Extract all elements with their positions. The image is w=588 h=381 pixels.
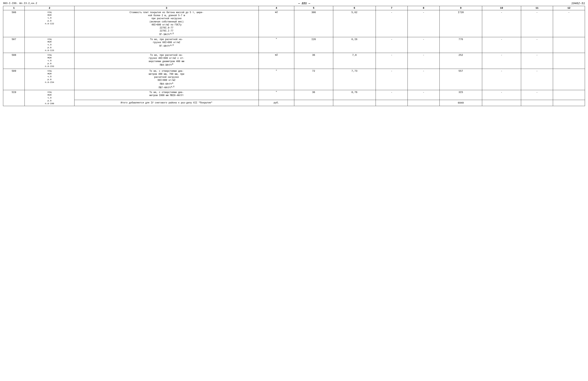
- row-col6-510-top: 8,76: [333, 90, 376, 100]
- row-col9-510-bottom: 6949: [440, 100, 482, 106]
- row-col12-509: [553, 69, 585, 90]
- row-col10-510-top: -: [482, 90, 521, 100]
- table-row-itogo: Итого добавляется для IУ снегового район…: [3, 100, 585, 106]
- row-desc-506: Стоимость плит покрытия из бетона массой…: [74, 10, 259, 37]
- row-col7-507: -: [376, 37, 407, 53]
- row-col9-509: 557: [440, 69, 482, 90]
- header-row: 1 2 3 4 5 6 7 8 9 10 11 12: [3, 6, 585, 10]
- col-header-2: 2: [25, 6, 74, 10]
- row-col8-509: -: [407, 69, 440, 90]
- row-col6-507: 6,I6: [333, 37, 376, 53]
- row-col7-509: -: [376, 69, 407, 90]
- row-col10-506: -: [482, 10, 521, 37]
- row-code-510: ССЦМСМч.Пр.8п.8-I60: [25, 90, 74, 106]
- row-col5-509: 72: [294, 69, 333, 90]
- row-num-507: 507: [3, 37, 25, 53]
- row-col9-507: 776: [440, 37, 482, 53]
- col-header-6: 6: [333, 6, 376, 10]
- row-col9-508: 252: [440, 53, 482, 69]
- row-col11-506: -: [521, 10, 553, 37]
- row-col10-508: -: [482, 53, 521, 69]
- col-header-12: 12: [553, 6, 585, 10]
- row-col12-507: [553, 37, 585, 53]
- row-desc-508: То же, при расчетной на-грузке 40I+600 к…: [74, 53, 259, 69]
- row-col8-507: -: [407, 37, 440, 53]
- row-num-510: 5I0: [3, 90, 25, 106]
- col-header-9: 9: [440, 6, 482, 10]
- row-desc-510-top: То же, с отверстиями диа-метром I000 мм …: [74, 90, 259, 100]
- col-header-11: 11: [521, 6, 553, 10]
- row-col11-508: -: [521, 53, 553, 69]
- col-header-8: 8: [407, 6, 440, 10]
- col-header-10: 10: [482, 6, 521, 10]
- row-desc-507: То же, при расчетной на-грузке 60I+800 к…: [74, 37, 259, 53]
- table-row: 509 ССЦМСМч.Пр.8п.8-I54 То же, с отверст…: [3, 69, 585, 90]
- row-col5-510-bottom: [294, 100, 333, 106]
- row-col5-508: 36: [294, 53, 333, 69]
- row-col7-506: -: [376, 10, 407, 37]
- table-row: 506 ССЦМСМч.Пр.8п.8-I22 Стоимость плит п…: [3, 10, 585, 37]
- table-row: 5I0 ССЦМСМч.Пр.8п.8-I60 То же, с отверст…: [3, 90, 585, 100]
- row-col9-506: I720: [440, 10, 482, 37]
- row-col8-508: -: [407, 53, 440, 69]
- row-col6-508: 7,0: [333, 53, 376, 69]
- row-num-509: 509: [3, 69, 25, 90]
- row-code-507: ССЦМСМч.Пр.8п.8-I23: [25, 37, 74, 53]
- row-col12-508: [553, 53, 585, 69]
- row-col10-509: -: [482, 69, 521, 90]
- row-num-506: 506: [3, 10, 25, 37]
- row-col11-509: -: [521, 69, 553, 90]
- row-col10-510-bottom: [482, 100, 521, 106]
- row-col10-507: -: [482, 37, 521, 53]
- col-header-5: 5: [294, 6, 333, 10]
- header-right: 19462-51: [571, 2, 585, 5]
- main-table: 1 2 3 4 5 6 7 8 9 10 11 12 506 ССЦМСМч.П…: [3, 6, 585, 106]
- row-unit-506: м2: [259, 10, 294, 37]
- table-row: 508 ССЦМСМч.Пр.8п.8-I53 То же, при расче…: [3, 53, 585, 69]
- col-header-3: 3: [74, 6, 259, 10]
- row-code-509: ССЦМСМч.Пр.8п.8-I54: [25, 69, 74, 90]
- row-col11-510-bottom: [521, 100, 553, 106]
- row-col6-509: 7,73: [333, 69, 376, 90]
- row-unit-509: ": [259, 69, 294, 90]
- col-header-7: 7: [376, 6, 407, 10]
- col-header-4: 4: [259, 6, 294, 10]
- row-code-508: ССЦМСМч.Пр.8п.8-I53: [25, 53, 74, 69]
- table-row: 507 ССЦМСМч.Пр.8п.8-I23 То же, при расче…: [3, 37, 585, 53]
- col-header-1: 1: [3, 6, 25, 10]
- row-col7-510-bottom: [376, 100, 407, 106]
- row-unit-510-bottom: руб.: [259, 100, 294, 106]
- row-col11-510-top: -: [521, 90, 553, 100]
- row-col5-510-top: 36: [294, 90, 333, 100]
- row-unit-510-top: ": [259, 90, 294, 100]
- row-num-508: 508: [3, 53, 25, 69]
- row-col8-506: -: [407, 10, 440, 37]
- row-col8-510-top: -: [407, 90, 440, 100]
- header-left: 903-I-I99. Ал.I3.2,кн.2: [3, 2, 37, 5]
- row-unit-507: ": [259, 37, 294, 53]
- row-col12-510-top: [553, 90, 585, 100]
- row-col7-508: -: [376, 53, 407, 69]
- row-col9-510-top: 3I5: [440, 90, 482, 100]
- row-desc-509: То же, с отверстиями диа-метром 400 мм, …: [74, 69, 259, 90]
- row-col7-510-top: -: [376, 90, 407, 100]
- row-col12-506: -: [553, 10, 585, 37]
- row-code-506: ССЦМСМч.Пр.8п.8-I22: [25, 10, 74, 37]
- row-col5-507: I26: [294, 37, 333, 53]
- row-col8-510-bottom: [407, 100, 440, 106]
- header-center: — 221 —: [298, 2, 310, 5]
- row-col5-506: 306: [294, 10, 333, 37]
- row-unit-508: м2: [259, 53, 294, 69]
- row-col12-510-bottom: [553, 100, 585, 106]
- page-header: 903-I-I99. Ал.I3.2,кн.2 — 221 — 19462-51: [3, 2, 585, 5]
- row-col6-506: 5,62: [333, 10, 376, 37]
- row-col6-510-bottom: [333, 100, 376, 106]
- row-desc-510-bottom: Итого добавляется для IУ снегового район…: [74, 100, 259, 106]
- row-col11-507: -: [521, 37, 553, 53]
